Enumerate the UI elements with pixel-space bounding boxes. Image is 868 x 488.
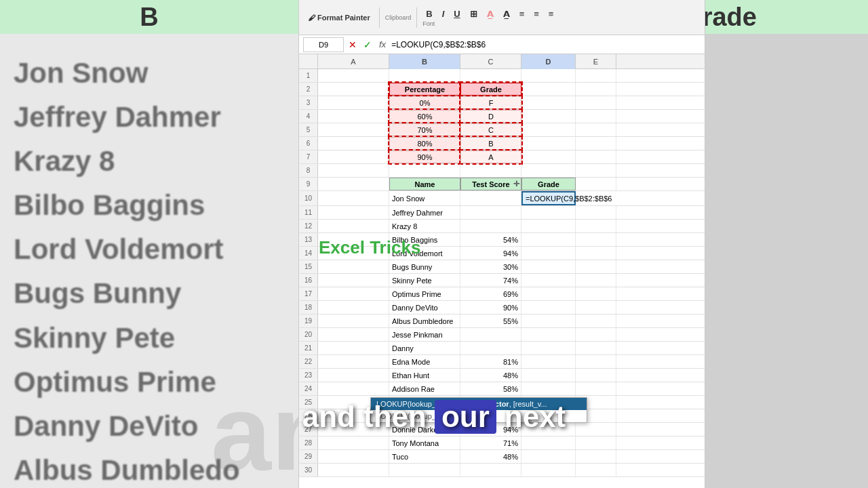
cell-c6[interactable]: B xyxy=(460,137,521,150)
cell-c15[interactable]: 30% xyxy=(460,260,521,273)
cell-a23[interactable] xyxy=(318,369,389,382)
cell-d18[interactable] xyxy=(521,301,576,314)
cell-b15[interactable]: Bugs Bunny xyxy=(389,260,460,273)
cell-a22[interactable] xyxy=(318,355,389,368)
cell-c21[interactable] xyxy=(460,342,521,354)
cell-e24[interactable] xyxy=(576,382,616,395)
cell-b1[interactable] xyxy=(389,69,460,82)
cell-a1[interactable] xyxy=(318,69,389,82)
cell-a7[interactable] xyxy=(318,150,389,163)
cell-d20[interactable] xyxy=(521,328,576,341)
cell-b22[interactable]: Edna Mode xyxy=(389,355,460,368)
cell-b3[interactable]: 0% xyxy=(389,96,460,109)
cell-c10-score[interactable] xyxy=(460,191,521,205)
cell-c1[interactable] xyxy=(460,69,521,82)
cell-e18[interactable] xyxy=(576,301,616,314)
col-header-d[interactable]: D xyxy=(521,54,576,69)
cell-d11[interactable] xyxy=(521,206,576,219)
cell-a30[interactable] xyxy=(318,464,389,476)
cell-d1[interactable] xyxy=(521,69,576,82)
confirm-formula-button[interactable]: ✓ xyxy=(361,39,374,50)
cell-a10[interactable] xyxy=(318,191,389,205)
cell-e28[interactable] xyxy=(576,436,616,449)
cell-b28[interactable]: Tony Montana xyxy=(389,436,460,449)
cell-reference-box[interactable] xyxy=(303,37,344,52)
cell-e12[interactable] xyxy=(576,220,616,232)
cell-d22[interactable] xyxy=(521,355,576,368)
cell-d7[interactable] xyxy=(521,150,576,163)
cell-b10-jon[interactable]: Jon Snow xyxy=(389,191,460,205)
cell-e2[interactable] xyxy=(576,83,616,96)
cell-c23[interactable]: 48% xyxy=(460,369,521,382)
cell-a24[interactable] xyxy=(318,382,389,395)
cell-c11[interactable] xyxy=(460,206,521,219)
cell-d13[interactable] xyxy=(521,233,576,246)
cell-a14[interactable] xyxy=(318,247,389,260)
cell-c14[interactable]: 94% xyxy=(460,247,521,260)
cell-c22[interactable]: 81% xyxy=(460,355,521,368)
cell-b9-name-header[interactable]: Name xyxy=(389,178,460,190)
cell-c17[interactable]: 69% xyxy=(460,287,521,300)
cell-e19[interactable] xyxy=(576,314,616,327)
cell-e6[interactable] xyxy=(576,137,616,150)
col-header-c[interactable]: C xyxy=(460,54,521,69)
cell-b6[interactable]: 80% xyxy=(389,137,460,150)
cell-e4[interactable] xyxy=(576,110,616,123)
fill-color-button[interactable]: A̲ xyxy=(484,7,497,20)
cell-d19[interactable] xyxy=(521,314,576,327)
cell-e30[interactable] xyxy=(576,464,616,476)
cell-d29[interactable] xyxy=(521,450,576,463)
cell-a8[interactable] xyxy=(318,164,389,177)
cell-b24[interactable]: Addison Rae xyxy=(389,382,460,395)
cell-d14[interactable] xyxy=(521,247,576,260)
cell-e5[interactable] xyxy=(576,123,616,136)
cell-a17[interactable] xyxy=(318,287,389,300)
cell-e15[interactable] xyxy=(576,260,616,273)
cell-d28[interactable] xyxy=(521,436,576,449)
cell-e17[interactable] xyxy=(576,287,616,300)
font-color-button[interactable]: A̲ xyxy=(500,7,513,20)
cell-d10-formula[interactable]: =LOOKUP(C9,$B$2:$B$6 xyxy=(521,191,576,205)
cell-d4[interactable] xyxy=(521,110,576,123)
borders-button[interactable]: ⊞ xyxy=(467,7,481,20)
cell-e16[interactable] xyxy=(576,274,616,287)
cell-d9-grade-header[interactable]: Grade xyxy=(521,178,576,190)
cell-b16[interactable]: Skinny Pete xyxy=(389,274,460,287)
cell-e29[interactable] xyxy=(576,450,616,463)
cell-b20[interactable]: Jesse Pinkman xyxy=(389,328,460,341)
cell-a6[interactable] xyxy=(318,137,389,150)
cell-c29[interactable]: 48% xyxy=(460,450,521,463)
cell-e21[interactable] xyxy=(576,342,616,354)
col-header-b[interactable]: A xyxy=(318,54,389,69)
cell-e8[interactable] xyxy=(576,164,616,177)
cell-a13[interactable] xyxy=(318,233,389,246)
cell-c7[interactable]: A xyxy=(460,150,521,163)
cell-a20[interactable] xyxy=(318,328,389,341)
cell-c20[interactable] xyxy=(460,328,521,341)
formula-input[interactable] xyxy=(391,37,701,52)
cell-a18[interactable] xyxy=(318,301,389,314)
cell-b12[interactable]: Krazy 8 xyxy=(389,220,460,232)
cell-b13[interactable]: Bilbo Baggins xyxy=(389,233,460,246)
cell-d3[interactable] xyxy=(521,96,576,109)
cell-d5[interactable] xyxy=(521,123,576,136)
cell-c13[interactable]: 54% xyxy=(460,233,521,246)
align-center-button[interactable]: ≡ xyxy=(530,7,542,20)
col-header-e[interactable]: E xyxy=(576,54,616,69)
cell-c5[interactable]: C xyxy=(460,123,521,136)
cell-b19[interactable]: Albus Dumbledore xyxy=(389,314,460,327)
cell-b23[interactable]: Ethan Hunt xyxy=(389,369,460,382)
cell-e14[interactable] xyxy=(576,247,616,260)
cell-a15[interactable] xyxy=(318,260,389,273)
cell-e23[interactable] xyxy=(576,369,616,382)
align-left-button[interactable]: ≡ xyxy=(516,7,528,20)
cell-d12[interactable] xyxy=(521,220,576,232)
cell-a5[interactable] xyxy=(318,123,389,136)
cell-e22[interactable] xyxy=(576,355,616,368)
cell-b2[interactable]: Percentage xyxy=(389,83,460,96)
format-painter-button[interactable]: 🖌 Format Painter xyxy=(304,12,374,23)
cell-a28[interactable] xyxy=(318,436,389,449)
cell-d2[interactable] xyxy=(521,83,576,96)
cell-b11[interactable]: Jeffrey Dahmer xyxy=(389,206,460,219)
cell-d15[interactable] xyxy=(521,260,576,273)
